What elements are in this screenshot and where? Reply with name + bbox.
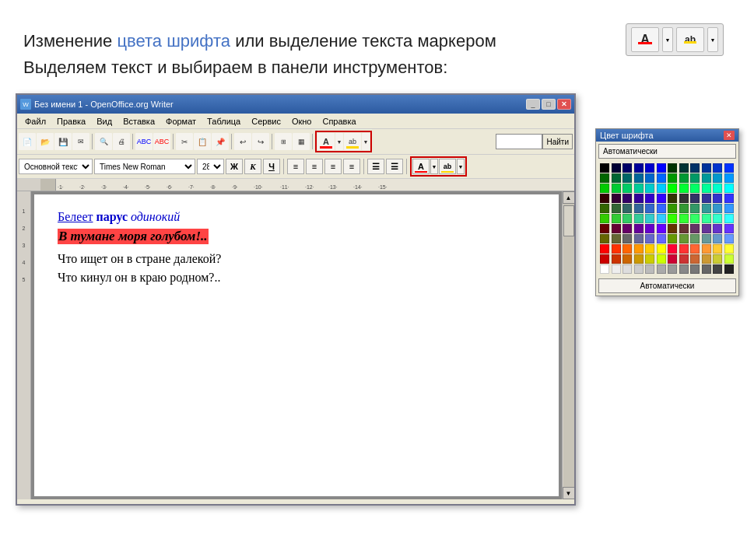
color-cell[interactable]	[645, 244, 654, 254]
color-cell[interactable]	[668, 254, 677, 264]
color-cell[interactable]	[657, 254, 666, 264]
color-cell[interactable]	[622, 224, 632, 233]
color-cell[interactable]	[634, 214, 644, 223]
font-color-button[interactable]: A	[631, 27, 659, 52]
color-cell[interactable]	[702, 204, 711, 213]
color-cell[interactable]	[657, 264, 666, 274]
italic-button[interactable]: К	[244, 159, 261, 174]
color-cell[interactable]	[690, 254, 700, 264]
align-center[interactable]: ≡	[306, 159, 323, 174]
menu-help[interactable]: Справка	[317, 115, 360, 128]
tb-open[interactable]: 📂	[37, 133, 54, 150]
menu-format[interactable]: Формат	[161, 115, 201, 128]
color-cell[interactable]	[724, 163, 734, 173]
color-cell[interactable]	[645, 214, 654, 223]
color-cell[interactable]	[657, 163, 666, 173]
align-left[interactable]: ≡	[287, 159, 304, 174]
align-justify[interactable]: ≡	[343, 159, 360, 174]
color-cell[interactable]	[668, 163, 677, 173]
menu-tools[interactable]: Сервис	[247, 115, 286, 128]
bold-button[interactable]: Ж	[226, 159, 243, 174]
tb-undo[interactable]: ↩	[234, 133, 251, 150]
close-button[interactable]: ✕	[557, 99, 571, 110]
color-cell[interactable]	[645, 264, 654, 274]
color-cell[interactable]	[702, 224, 711, 233]
color-cell[interactable]	[645, 173, 654, 183]
color-cell[interactable]	[679, 194, 689, 203]
color-cell[interactable]	[657, 234, 666, 243]
color-cell[interactable]	[679, 184, 689, 193]
color-cell[interactable]	[724, 224, 734, 233]
color-cell[interactable]	[690, 244, 700, 254]
color-cell[interactable]	[622, 173, 632, 183]
color-cell[interactable]	[702, 254, 711, 264]
color-cell[interactable]	[612, 254, 621, 264]
fmt-highlight-dd[interactable]: ▼	[457, 159, 465, 174]
color-cell[interactable]	[657, 194, 666, 203]
color-cell[interactable]	[713, 254, 722, 264]
color-cell[interactable]	[634, 224, 644, 233]
color-cell[interactable]	[713, 184, 722, 193]
color-picker-auto-bottom[interactable]: Автоматически	[598, 278, 736, 293]
color-cell[interactable]	[679, 214, 689, 223]
color-cell[interactable]	[713, 244, 722, 254]
color-cell[interactable]	[690, 214, 700, 223]
color-cell[interactable]	[690, 264, 700, 274]
color-cell[interactable]	[724, 194, 734, 203]
color-cell[interactable]	[612, 214, 621, 223]
color-cell[interactable]	[622, 234, 632, 243]
color-cell[interactable]	[645, 224, 654, 233]
color-picker-close-button[interactable]: ✕	[724, 131, 735, 140]
color-cell[interactable]	[634, 234, 644, 243]
tb-show-draw[interactable]: ▦	[293, 133, 310, 150]
color-cell[interactable]	[612, 204, 621, 213]
color-cell[interactable]	[600, 194, 609, 203]
color-cell[interactable]	[657, 204, 666, 213]
color-cell[interactable]	[657, 224, 666, 233]
tb-copy[interactable]: 📋	[194, 133, 211, 150]
color-cell[interactable]	[668, 264, 677, 274]
color-cell[interactable]	[645, 163, 654, 173]
color-cell[interactable]	[679, 163, 689, 173]
color-cell[interactable]	[612, 173, 621, 183]
color-cell[interactable]	[600, 214, 609, 223]
highlight-button[interactable]: ab	[676, 27, 704, 52]
color-cell[interactable]	[657, 184, 666, 193]
color-cell[interactable]	[612, 163, 621, 173]
fmt-font-color[interactable]: A	[412, 159, 430, 174]
color-cell[interactable]	[668, 204, 677, 213]
tb-cut[interactable]: ✂	[176, 133, 193, 150]
color-cell[interactable]	[634, 244, 644, 254]
style-select[interactable]: Основной текст	[19, 159, 93, 174]
maximize-button[interactable]: □	[542, 99, 556, 110]
color-cell[interactable]	[634, 204, 644, 213]
tb-highlight-dd[interactable]: ▼	[362, 133, 370, 150]
color-cell[interactable]	[690, 194, 700, 203]
color-cell[interactable]	[657, 214, 666, 223]
color-cell[interactable]	[713, 214, 722, 223]
tb-spell[interactable]: ABC	[135, 133, 153, 150]
color-cell[interactable]	[668, 224, 677, 233]
color-cell[interactable]	[645, 234, 654, 243]
tb-save[interactable]: 💾	[54, 133, 72, 150]
color-cell[interactable]	[713, 224, 722, 233]
font-color-dropdown[interactable]: ▼	[662, 27, 673, 52]
color-cell[interactable]	[600, 184, 609, 193]
color-cell[interactable]	[724, 254, 734, 264]
tb-fax[interactable]: ✉	[72, 133, 89, 150]
color-cell[interactable]	[679, 234, 689, 243]
color-cell[interactable]	[657, 244, 666, 254]
color-cell[interactable]	[645, 204, 654, 213]
color-cell[interactable]	[724, 234, 734, 243]
color-picker-auto-top[interactable]: Автоматически	[598, 144, 736, 159]
color-cell[interactable]	[702, 264, 711, 274]
fmt-font-color-dd[interactable]: ▼	[430, 159, 438, 174]
numbers-button[interactable]: ☰	[386, 159, 403, 174]
color-cell[interactable]	[600, 234, 609, 243]
find-input[interactable]	[496, 134, 542, 149]
color-cell[interactable]	[634, 184, 644, 193]
color-cell[interactable]	[679, 173, 689, 183]
color-cell[interactable]	[600, 244, 609, 254]
color-cell[interactable]	[622, 184, 632, 193]
tb-redo[interactable]: ↪	[252, 133, 269, 150]
